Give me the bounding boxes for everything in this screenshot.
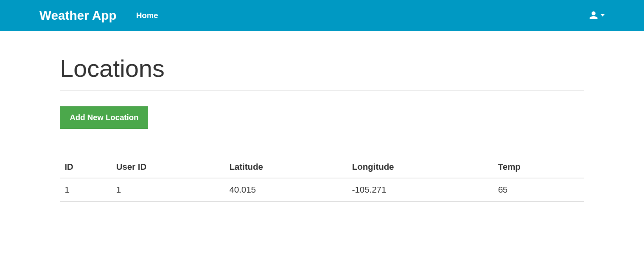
cell-latitude: 40.015 [225, 178, 347, 202]
cell-longitude: -105.271 [347, 178, 493, 202]
header-longitude: Longitude [347, 156, 493, 178]
navbar: Weather App Home [0, 0, 644, 31]
cell-temp: 65 [493, 178, 584, 202]
main-container: Locations Add New Location ID User ID La… [52, 31, 592, 202]
user-menu[interactable] [589, 11, 632, 20]
locations-table: ID User ID Latitude Longitude Temp 1 1 4… [60, 156, 584, 202]
page-title: Locations [60, 54, 584, 82]
header-user-id: User ID [112, 156, 225, 178]
cell-user-id: 1 [112, 178, 225, 202]
page-header: Locations [60, 31, 584, 91]
table-row: 1 1 40.015 -105.271 65 [60, 178, 584, 202]
chevron-down-icon [601, 14, 605, 17]
add-new-location-button[interactable]: Add New Location [60, 106, 148, 129]
user-icon [589, 11, 598, 20]
home-link[interactable]: Home [136, 11, 158, 20]
brand-link[interactable]: Weather App [39, 8, 117, 23]
cell-id: 1 [60, 178, 112, 202]
table-header-row: ID User ID Latitude Longitude Temp [60, 156, 584, 178]
header-latitude: Latitude [225, 156, 347, 178]
navbar-left: Weather App Home [39, 8, 158, 23]
table-body: 1 1 40.015 -105.271 65 [60, 178, 584, 202]
header-id: ID [60, 156, 112, 178]
header-temp: Temp [493, 156, 584, 178]
